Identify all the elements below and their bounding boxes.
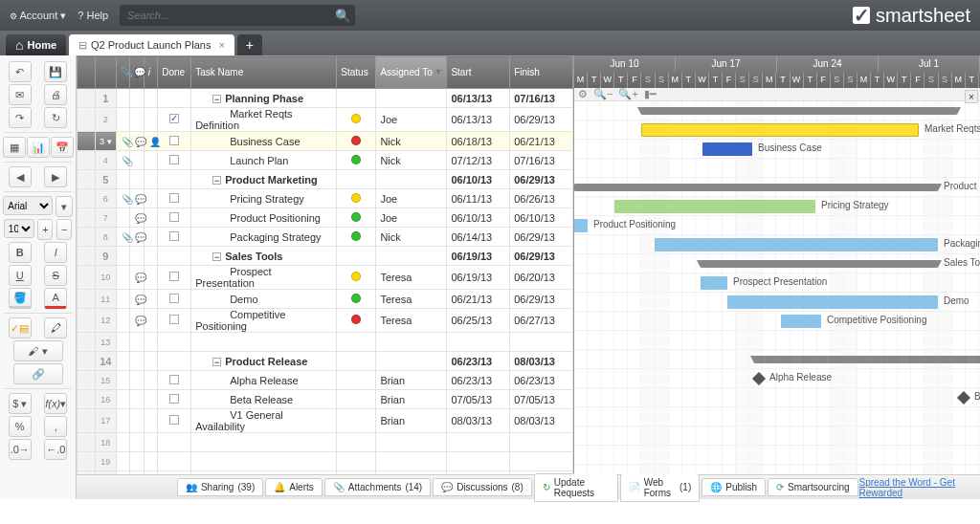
assigned-cell[interactable]: Teresa bbox=[376, 266, 447, 290]
start-cell[interactable]: 06/13/13 bbox=[447, 89, 510, 108]
task-cell[interactable]: V1 General Availability bbox=[191, 409, 337, 433]
row-number[interactable]: 2 bbox=[95, 108, 117, 132]
gantt-bar[interactable] bbox=[641, 123, 919, 137]
gantt-row[interactable] bbox=[574, 465, 980, 474]
assigned-cell[interactable]: Nick bbox=[376, 228, 447, 247]
start-cell[interactable]: 06/19/13 bbox=[447, 247, 510, 266]
row-number[interactable]: 7 bbox=[95, 208, 117, 228]
row-number[interactable]: 15 bbox=[95, 371, 117, 390]
finish-cell[interactable]: 08/03/13 bbox=[510, 352, 573, 371]
status-cell[interactable] bbox=[337, 333, 376, 352]
row-number[interactable]: 14 bbox=[95, 352, 117, 371]
table-row[interactable]: 1−Planning Phase06/13/1307/16/13 bbox=[78, 89, 573, 108]
finish-cell[interactable]: 06/26/13 bbox=[510, 189, 573, 208]
expand-icon[interactable]: − bbox=[212, 252, 221, 261]
percent-button[interactable]: % bbox=[9, 416, 32, 437]
gantt-close-button[interactable]: × bbox=[965, 90, 978, 103]
text-color-button[interactable]: A bbox=[44, 288, 67, 309]
col-start[interactable]: Start bbox=[447, 56, 510, 89]
assigned-cell[interactable] bbox=[376, 452, 447, 471]
table-row[interactable]: 9−Sales Tools06/19/1306/29/13 bbox=[78, 247, 573, 266]
gantt-slider-icon[interactable]: ▮━ bbox=[644, 88, 657, 100]
gantt-row[interactable]: Beta bbox=[574, 388, 980, 407]
gantt-bar[interactable] bbox=[702, 142, 752, 156]
gantt-row[interactable] bbox=[574, 407, 980, 426]
search-button[interactable]: 🔍 bbox=[330, 5, 355, 26]
task-cell[interactable] bbox=[191, 333, 337, 352]
assigned-cell[interactable]: Teresa bbox=[376, 290, 447, 309]
gantt-row[interactable]: Packaging Strategy bbox=[574, 235, 980, 254]
gantt-row[interactable] bbox=[574, 426, 980, 446]
table-row[interactable]: 19 bbox=[78, 452, 573, 471]
gantt-bar[interactable] bbox=[641, 107, 957, 115]
done-cell[interactable] bbox=[158, 151, 191, 170]
assigned-cell[interactable] bbox=[376, 433, 447, 452]
status-cell[interactable] bbox=[337, 266, 376, 290]
row-number[interactable]: 10 bbox=[95, 266, 117, 290]
table-row[interactable]: 10💬Prospect PresentationTeresa06/19/1306… bbox=[78, 266, 573, 290]
finish-cell[interactable]: 08/03/13 bbox=[510, 409, 573, 433]
tab-webforms[interactable]: 📄Web Forms (1) bbox=[620, 473, 701, 502]
size-down-button[interactable]: − bbox=[56, 219, 72, 240]
checkbox[interactable] bbox=[169, 193, 179, 203]
start-cell[interactable]: 06/23/13 bbox=[447, 352, 510, 371]
col-attachment[interactable]: 📎 bbox=[117, 56, 130, 89]
underline-button[interactable]: U bbox=[9, 265, 32, 286]
done-cell[interactable] bbox=[158, 371, 191, 390]
format-painter-button[interactable]: 🖌 ▾ bbox=[13, 340, 63, 361]
assigned-cell[interactable] bbox=[376, 352, 447, 371]
done-cell[interactable] bbox=[158, 108, 191, 132]
row-number[interactable]: 6 bbox=[95, 189, 117, 208]
done-cell[interactable] bbox=[158, 409, 191, 433]
row-number[interactable]: 5 bbox=[95, 170, 117, 189]
checkbox[interactable] bbox=[169, 415, 179, 425]
task-cell[interactable] bbox=[191, 433, 337, 452]
task-cell[interactable] bbox=[191, 452, 337, 471]
row-number[interactable]: 11 bbox=[95, 290, 117, 309]
col-assigned[interactable]: Assigned To▼ bbox=[376, 56, 447, 89]
task-cell[interactable]: Prospect Presentation bbox=[191, 266, 337, 290]
assigned-cell[interactable] bbox=[376, 333, 447, 352]
checkbox[interactable] bbox=[169, 231, 179, 241]
gantt-bar[interactable] bbox=[574, 219, 588, 232]
task-cell[interactable]: Competitive Positioning bbox=[191, 309, 337, 333]
gantt-bar[interactable] bbox=[727, 295, 938, 309]
finish-cell[interactable]: 06/27/13 bbox=[510, 309, 573, 333]
status-cell[interactable] bbox=[337, 228, 376, 247]
gantt-row[interactable]: Alpha Release bbox=[574, 369, 980, 388]
task-cell[interactable]: −Product Release bbox=[191, 352, 337, 371]
col-finish[interactable]: Finish bbox=[510, 56, 573, 89]
task-cell[interactable]: Market Reqts Definition bbox=[191, 108, 337, 132]
finish-cell[interactable]: 07/16/13 bbox=[510, 89, 573, 108]
close-tab-icon[interactable]: × bbox=[218, 39, 224, 51]
task-cell[interactable]: −Sales Tools bbox=[191, 247, 337, 266]
formula-button[interactable]: f(x)▾ bbox=[44, 393, 67, 414]
table-row[interactable]: 15Alpha ReleaseBrian06/23/1306/23/13 bbox=[78, 371, 573, 390]
gantt-row[interactable]: Market Reqts Definition bbox=[574, 120, 980, 140]
table-row[interactable]: 18 bbox=[78, 433, 573, 452]
indent-button[interactable]: ▶ bbox=[44, 166, 67, 187]
start-cell[interactable]: 06/18/13 bbox=[447, 132, 510, 151]
table-row[interactable]: 13 bbox=[78, 333, 573, 352]
col-info[interactable]: i bbox=[144, 56, 157, 89]
table-row[interactable]: 8📎💬Packaging StrategyNick06/14/1306/29/1… bbox=[78, 228, 573, 247]
search-input[interactable] bbox=[120, 5, 330, 26]
task-cell[interactable]: Beta Release bbox=[191, 390, 337, 409]
finish-cell[interactable]: 06/20/13 bbox=[510, 266, 573, 290]
task-cell[interactable]: −Planning Phase bbox=[191, 89, 337, 108]
row-number[interactable]: 17 bbox=[95, 409, 117, 433]
italic-button[interactable]: I bbox=[44, 242, 67, 263]
gantt-bar[interactable] bbox=[701, 276, 727, 290]
row-number[interactable]: 4 bbox=[95, 151, 117, 170]
tab-update[interactable]: ↻Update Requests bbox=[534, 473, 618, 502]
dec-inc-button[interactable]: .0→ bbox=[9, 439, 32, 460]
start-cell[interactable]: 06/10/13 bbox=[447, 208, 510, 228]
done-cell[interactable] bbox=[158, 333, 191, 352]
checkbox[interactable] bbox=[169, 136, 179, 145]
table-row[interactable]: 7💬Product PositioningJoe06/10/1306/10/13 bbox=[78, 208, 573, 228]
start-cell[interactable] bbox=[447, 333, 510, 352]
row-number[interactable]: 16 bbox=[95, 390, 117, 409]
assigned-cell[interactable]: Teresa bbox=[376, 309, 447, 333]
done-cell[interactable] bbox=[158, 266, 191, 290]
done-cell[interactable] bbox=[158, 290, 191, 309]
